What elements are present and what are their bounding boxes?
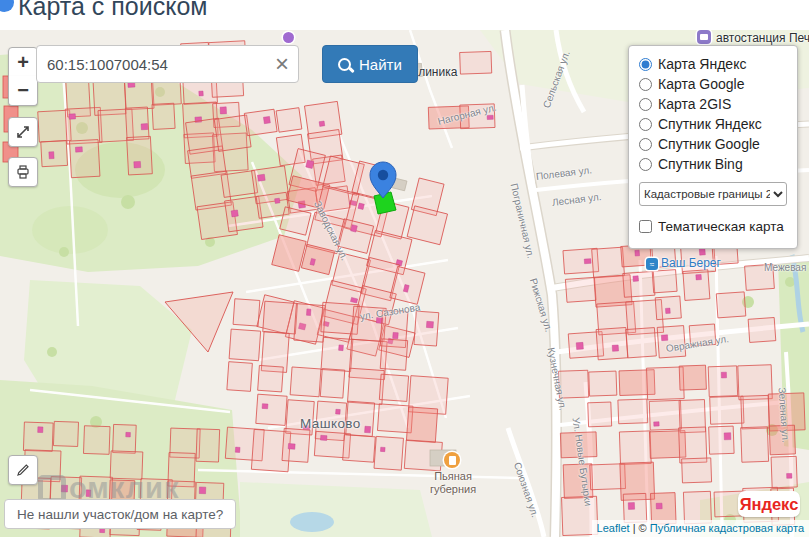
layer-option-label: Спутник Google — [658, 136, 760, 152]
cadastral-map-app: Карта с поиском — [0, 0, 809, 537]
poi-icon[interactable] — [283, 32, 294, 43]
layer-option-karta-yandex[interactable]: Карта Яндекс — [639, 54, 787, 74]
find-button-label: Найти — [359, 56, 402, 73]
basemap-radio-3[interactable] — [639, 118, 652, 131]
leaflet-link[interactable]: Leaflet — [597, 522, 630, 534]
cadastral-layer-select[interactable]: Кадастровые границы 2024 — [639, 182, 787, 206]
print-button[interactable] — [8, 157, 38, 187]
layer-option-sputnik-yandex[interactable]: Спутник Яндекс — [639, 114, 787, 134]
street-label: Межевая ул. — [764, 262, 809, 273]
layer-option-sputnik-google[interactable]: Спутник Google — [639, 134, 787, 154]
pkk-link[interactable]: Публичная кадастровая карта — [650, 522, 804, 534]
basemap-radio-2[interactable] — [639, 98, 652, 111]
map-area[interactable]: Сельская ул. Нагорная ул. Полевая ул. Ле… — [0, 30, 809, 537]
zoom-out-button[interactable]: − — [8, 76, 38, 106]
printer-icon — [16, 165, 30, 179]
layer-option-label: Спутник Bing — [658, 156, 743, 172]
pencil-icon — [16, 463, 30, 477]
thematic-label: Тематическая карта — [658, 219, 784, 234]
thematic-checkbox[interactable] — [639, 220, 652, 233]
find-button[interactable]: Найти — [322, 45, 418, 83]
layer-option-karta-google[interactable]: Карта Google — [639, 74, 787, 94]
layer-option-label: Карта Google — [658, 76, 745, 92]
basemap-radio-4[interactable] — [639, 138, 652, 151]
bus-station-label: автостанция Печоры — [716, 31, 809, 45]
layer-panel: Карта Яндекс Карта Google Карта 2GIS Спу… — [628, 45, 798, 249]
yandex-logo[interactable]: Яндекс — [738, 491, 800, 517]
basemap-radio-1[interactable] — [639, 78, 652, 91]
zoom-in-button[interactable]: + — [8, 47, 38, 77]
expand-icon — [16, 125, 30, 139]
pond — [290, 512, 334, 532]
town-label: Машково — [300, 416, 361, 431]
bus-station-icon[interactable] — [697, 30, 711, 44]
page-title: Карта с поиском — [18, 0, 208, 21]
beer-poi-label: Пьяная губерния — [418, 470, 488, 495]
fullscreen-button[interactable] — [8, 117, 38, 147]
layer-option-karta-2gis[interactable]: Карта 2GIS — [639, 94, 787, 114]
layer-option-sputnik-bing[interactable]: Спутник Bing — [639, 154, 787, 174]
layer-option-label: Спутник Яндекс — [658, 116, 762, 132]
cadastral-search-input[interactable] — [36, 45, 299, 83]
measure-button[interactable] — [8, 455, 38, 485]
not-found-button[interactable]: Не нашли участок/дом на карте? — [4, 499, 236, 529]
layer-option-label: Карта 2GIS — [658, 96, 731, 112]
vash-bereg-label: Ваш Берег — [661, 256, 721, 270]
site-logo-icon[interactable] — [0, 0, 14, 12]
basemap-radio-0[interactable] — [639, 58, 652, 71]
attribution-separator: | © — [630, 522, 650, 534]
search-icon — [338, 58, 351, 71]
map-attribution: Leaflet | © Публичная кадастровая карта — [592, 520, 809, 537]
thematic-map-toggle[interactable]: Тематическая карта — [639, 216, 787, 236]
beer-poi-icon[interactable] — [444, 452, 460, 468]
basemap-radio-5[interactable] — [639, 158, 652, 171]
layer-option-label: Карта Яндекс — [658, 56, 746, 72]
vash-bereg-icon[interactable]: ≈ — [646, 258, 658, 270]
page-header: Карта с поиском — [0, 0, 809, 30]
clear-search-button[interactable]: × — [266, 47, 298, 81]
